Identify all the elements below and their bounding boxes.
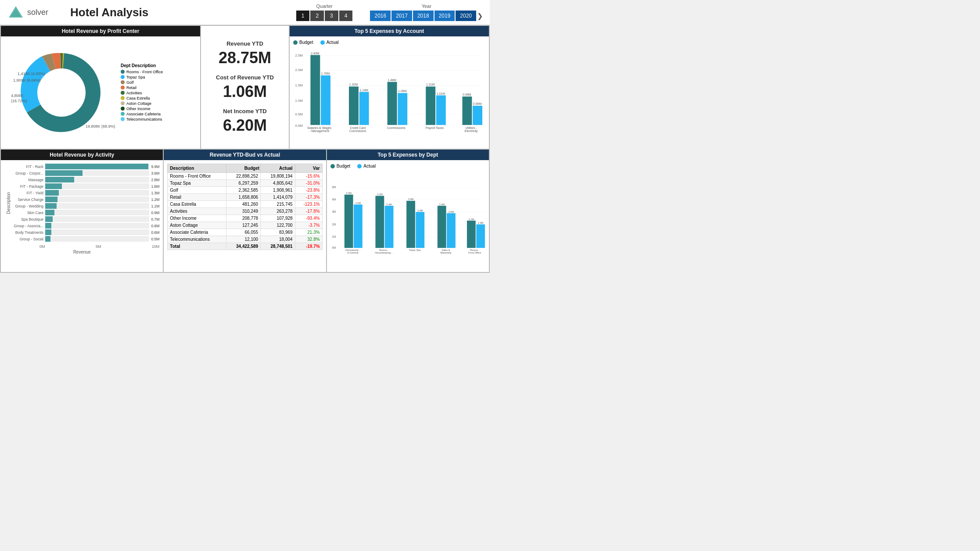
bar-value: 1.1M <box>151 204 159 208</box>
table-cell: Rooms - Front Office <box>168 173 226 180</box>
svg-rect-36 <box>436 95 446 125</box>
bar-label: Group - Corpor... <box>11 171 45 175</box>
svg-text:Payroll Taxes: Payroll Taxes <box>426 126 444 130</box>
table-cell: 208,778 <box>226 215 261 222</box>
svg-text:1,909K (6.64%): 1,909K (6.64%) <box>13 78 41 82</box>
svg-rect-74 <box>437 206 446 248</box>
svg-text:1.70M: 1.70M <box>321 72 330 75</box>
legend-item: Telecommunications <box>121 117 163 122</box>
year-btn-2017[interactable]: 2017 <box>391 11 412 21</box>
top5-account-chart: 2.5M 2.0M 1.5M 1.0M 0.5M 0.0M 2.40M <box>293 47 485 134</box>
bar-fill <box>45 223 51 229</box>
table-cell: 2,362,585 <box>226 187 261 194</box>
table-cell: Retail <box>168 194 226 201</box>
bar-value: 0.6M <box>151 230 159 235</box>
table-cell: 1,908,961 <box>261 187 295 194</box>
bar-row: Body Treatments 0.6M <box>11 229 159 235</box>
revenue-table: DescriptionBudgetActualVarRooms - Front … <box>167 164 322 250</box>
year-btn-2016[interactable]: 2016 <box>370 11 391 21</box>
svg-rect-26 <box>349 86 359 125</box>
bar-fill <box>45 177 74 182</box>
bar-row: Group - Wedding 1.1M <box>11 203 159 209</box>
svg-rect-38 <box>462 97 472 125</box>
quarter-btn-4[interactable]: 4 <box>339 11 353 21</box>
top5-dept-chart: 5M 4M 3M 2M 1M 0M 4.3M 3.5M <box>330 170 485 267</box>
svg-rect-78 <box>467 221 476 248</box>
table-cell: 12,100 <box>226 236 261 243</box>
bar-value: 1.3M <box>151 191 159 195</box>
table-cell: -19.7% <box>295 243 322 250</box>
bar-fill <box>45 164 148 169</box>
bar-row: Massage 2.8M <box>11 177 159 182</box>
bar-row: Service Charge 1.2M <box>11 197 159 202</box>
table-cell: Other Income <box>168 215 226 222</box>
bar-row: Skin Care 0.9M <box>11 210 159 215</box>
actual-legend-dept: Actual <box>363 164 376 168</box>
year-btn-2020[interactable]: 2020 <box>456 11 476 21</box>
table-cell: 107,928 <box>261 215 295 222</box>
quarter-btn-2[interactable]: 2 <box>310 11 324 21</box>
table-cell: -93.4% <box>295 215 322 222</box>
legend-item: Associate Cafeteria <box>121 112 163 116</box>
table-header: Var <box>295 164 322 173</box>
svg-text:Marketing: Marketing <box>440 251 451 254</box>
table-cell: -17.3% <box>295 194 322 201</box>
bar-fill <box>45 216 53 222</box>
svg-text:0M: 0M <box>332 246 336 249</box>
svg-text:5M: 5M <box>332 186 336 189</box>
svg-text:1.09M: 1.09M <box>398 89 407 93</box>
quarter-label: Quarter <box>316 4 332 9</box>
table-cell: Activities <box>168 208 226 215</box>
table-header: Description <box>168 164 226 173</box>
legend-item: Casa Estrella <box>121 96 163 100</box>
quarter-btn-1[interactable]: 1 <box>296 11 310 21</box>
bar-fill <box>45 197 57 202</box>
page-title: Hotel Analysis <box>70 6 148 19</box>
top5-account-header: Top 5 Expenses by Account <box>290 26 489 36</box>
svg-rect-30 <box>388 82 397 125</box>
table-cell: 34,422,589 <box>226 243 261 250</box>
table-row: Retail1,658,8061,414,079-17.3% <box>168 194 322 201</box>
svg-text:Topaz Spa: Topaz Spa <box>409 249 421 251</box>
bar-value: 1.6M <box>151 184 159 189</box>
bar-label: Group - Social <box>11 237 45 241</box>
bar-value: 0.9M <box>151 211 159 215</box>
bar-fill <box>45 236 50 242</box>
bar-row: FIT - Package 1.6M <box>11 183 159 189</box>
table-row: Topaz Spa6,297,2594,805,642-31.0% <box>168 180 322 187</box>
bar-fill <box>45 229 51 235</box>
year-btn-2018[interactable]: 2018 <box>413 11 434 21</box>
activity-x-axis: 0M5M10M <box>4 244 159 249</box>
legend-item: Retail <box>121 86 163 90</box>
quarter-btn-3[interactable]: 3 <box>325 11 338 21</box>
year-btn-2019[interactable]: 2019 <box>434 11 455 21</box>
svg-text:4,806K: 4,806K <box>11 93 24 98</box>
table-row: Aston Cottage127,245122,700-3.7% <box>168 222 322 229</box>
svg-text:1.31M: 1.31M <box>426 83 435 86</box>
svg-rect-32 <box>398 93 407 125</box>
svg-text:2.5M: 2.5M <box>295 54 303 57</box>
svg-rect-28 <box>359 92 369 125</box>
table-cell: -3.7% <box>295 222 322 229</box>
table-cell: 263,278 <box>261 208 295 215</box>
svg-text:Housekeeping...: Housekeeping... <box>375 251 393 254</box>
net-label: Net Income YTD <box>223 108 266 114</box>
svg-rect-72 <box>416 212 424 248</box>
legend-item: Topaz Spa <box>121 75 163 79</box>
table-row: Golf2,362,5851,908,961-23.8% <box>168 187 322 194</box>
bar-label: FIT - Package <box>11 184 45 189</box>
table-cell: -123.1% <box>295 201 322 208</box>
legend-item: Rooms - Front Office <box>121 70 163 74</box>
chevron-right-icon[interactable]: ❯ <box>477 12 483 20</box>
kpi-panel: Revenue YTD 28.75M Cost of Revenue YTD 1… <box>201 26 289 149</box>
svg-text:Front Office: Front Office <box>468 251 481 254</box>
svg-text:2.40M: 2.40M <box>311 52 319 55</box>
table-cell: -15.6% <box>295 173 322 180</box>
bar-row: Group - Corpor... 3.6M <box>11 170 159 176</box>
svg-text:4.3M: 4.3M <box>346 192 352 194</box>
bar-value: 3.6M <box>151 171 159 175</box>
svg-text:0.98M: 0.98M <box>463 93 471 96</box>
bar-value: 9.9M <box>151 165 159 169</box>
table-cell: 1,414,079 <box>261 194 295 201</box>
legend-item: Activities <box>121 91 163 95</box>
